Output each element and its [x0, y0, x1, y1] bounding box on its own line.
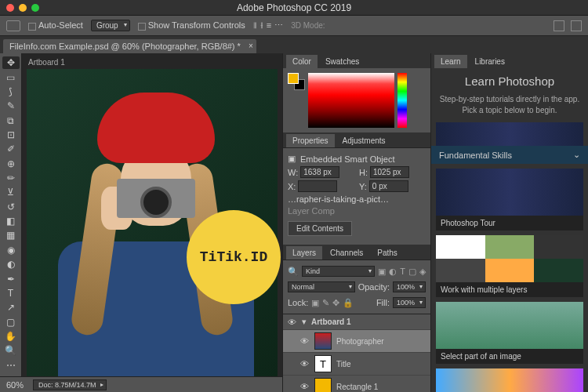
close-window-button[interactable] [6, 4, 14, 12]
search-icon[interactable] [554, 20, 564, 31]
blend-mode-dropdown[interactable]: Normal [288, 281, 355, 292]
color-panel-tabs: Color Swatches [283, 53, 430, 68]
tutorial-card[interactable]: Select part of an image [436, 302, 583, 364]
workspace-icons [554, 20, 582, 31]
opacity-field[interactable]: 100% [393, 281, 426, 292]
learn-category-header[interactable]: Fundamental Skills⌄ [431, 146, 588, 164]
lock-icon[interactable]: ✎ [322, 298, 329, 308]
filter-type-icon[interactable]: ▢ [408, 267, 416, 277]
tab-channels[interactable]: Channels [324, 246, 369, 260]
align-icon[interactable]: ⫲ [260, 20, 263, 31]
filter-type-icon[interactable]: ▣ [378, 267, 386, 277]
chevron-down-icon: ⌄ [573, 150, 580, 160]
canvas-area[interactable]: Artboard 1 TiTik.ID © FileInfo.com [22, 53, 282, 392]
auto-select-mode-dropdown[interactable]: Group [91, 20, 130, 31]
eraser-tool[interactable]: ◧ [2, 215, 20, 227]
marquee-tool[interactable]: ▭ [2, 71, 20, 83]
shape-tool[interactable]: ▢ [2, 315, 20, 328]
tab-libraries[interactable]: Libraries [469, 55, 511, 68]
align-icon[interactable]: ⫴ [253, 20, 257, 31]
hand-tool[interactable]: ✋ [2, 330, 20, 343]
tutorial-card[interactable]: Use a layer mask to add an object to an … [436, 368, 583, 392]
edit-toolbar[interactable]: ⋯ [2, 359, 20, 372]
fg-bg-swatch[interactable] [288, 73, 305, 90]
tutorial-image [436, 302, 583, 349]
zoom-level[interactable]: 60% [6, 380, 24, 390]
filter-type-icon[interactable]: ◐ [389, 267, 397, 277]
tools-panel: ✥ ▭ ⟆ ✎ ⧉ ⊡ ✐ ⊕ ✏ ⊻ ↺ ◧ ▦ ◉ ◐ ✒ T ↗ ▢ ✋ … [0, 53, 22, 392]
lock-icon[interactable]: ✥ [332, 298, 339, 308]
move-tool[interactable]: ✥ [2, 56, 20, 69]
visibility-icon[interactable]: 👁 [288, 318, 297, 327]
layer-item[interactable]: 👁 Rectangle 1 [283, 376, 430, 392]
auto-select-toggle[interactable]: Auto-Select [28, 20, 83, 30]
visibility-icon[interactable]: 👁 [300, 336, 310, 346]
blur-tool[interactable]: ◉ [2, 244, 20, 256]
properties-panel: ▣Embedded Smart Object W: H: X: Y: …raph… [283, 147, 430, 245]
doc-info-dropdown[interactable]: Doc: 8.75M/14.7M [33, 379, 107, 390]
filter-type-icon[interactable]: ◈ [419, 267, 426, 277]
width-field[interactable] [300, 166, 339, 178]
lasso-tool[interactable]: ⟆ [2, 85, 20, 98]
tab-color[interactable]: Color [286, 55, 318, 68]
crop-tool[interactable]: ⧉ [2, 114, 20, 126]
tab-layers[interactable]: Layers [286, 246, 322, 260]
fill-field[interactable]: 100% [393, 297, 426, 308]
hue-slider[interactable] [397, 73, 407, 128]
workspace-icon[interactable] [571, 20, 582, 31]
tab-swatches[interactable]: Swatches [319, 55, 365, 68]
lock-icon[interactable]: 🔒 [343, 298, 354, 308]
edit-contents-button[interactable]: Edit Contents [288, 221, 352, 236]
tab-adjustments[interactable]: Adjustments [336, 134, 392, 147]
tab-properties[interactable]: Properties [286, 134, 335, 147]
color-field[interactable] [308, 73, 394, 128]
stamp-tool[interactable]: ⊻ [2, 186, 20, 198]
home-icon[interactable] [6, 20, 20, 31]
tutorial-card[interactable]: Work with multiple layers [436, 235, 583, 297]
filter-icon[interactable]: 🔍 [288, 267, 299, 277]
height-field[interactable] [370, 166, 409, 178]
tutorial-image [436, 235, 583, 282]
layer-item[interactable]: 👁 Photographer [283, 330, 430, 353]
layer-comp-label: Layer Comp [288, 206, 335, 216]
minimize-window-button[interactable] [19, 4, 27, 12]
visibility-icon[interactable]: 👁 [300, 382, 310, 391]
history-brush-tool[interactable]: ↺ [2, 201, 20, 213]
y-field[interactable] [369, 180, 408, 192]
lock-icon[interactable]: ▣ [311, 298, 319, 308]
tab-learn[interactable]: Learn [434, 55, 467, 68]
document-tab[interactable]: FileInfo.com Example.psd @ 60% (Photogra… [3, 39, 256, 53]
dodge-tool[interactable]: ◐ [2, 258, 20, 270]
maximize-window-button[interactable] [31, 4, 39, 12]
frame-tool[interactable]: ⊡ [2, 129, 20, 141]
zoom-tool[interactable]: 🔍 [2, 344, 20, 357]
text-layer-icon: T [314, 355, 332, 372]
type-tool[interactable]: T [2, 287, 20, 299]
app-title: Adobe Photoshop CC 2019 [237, 2, 351, 13]
pen-tool[interactable]: ✒ [2, 272, 20, 285]
layers-panel-tabs: Layers Channels Paths [283, 245, 430, 260]
lock-label: Lock: [288, 298, 308, 307]
gradient-tool[interactable]: ▦ [2, 229, 20, 241]
close-tab-icon[interactable]: × [249, 42, 253, 50]
tab-paths[interactable]: Paths [371, 246, 404, 260]
layer-filter-dropdown[interactable]: Kind [302, 266, 375, 277]
align-icon[interactable]: ⋯ [274, 20, 283, 31]
learn-title: Learn Photoshop [431, 68, 588, 94]
tutorial-card[interactable]: Photoshop Tour [436, 169, 583, 230]
brush-tool[interactable]: ✏ [2, 172, 20, 184]
visibility-icon[interactable]: 👁 [300, 359, 310, 368]
layer-item[interactable]: 👁 T Title [283, 353, 430, 376]
show-transform-toggle[interactable]: Show Transform Controls [138, 20, 245, 30]
eyedropper-tool[interactable]: ✐ [2, 143, 20, 155]
options-bar: Auto-Select Group Show Transform Control… [0, 16, 588, 36]
3d-mode-label: 3D Mode: [291, 21, 325, 30]
quick-select-tool[interactable]: ✎ [2, 100, 20, 112]
layer-item-artboard[interactable]: 👁 ▾ Artboard 1 [283, 314, 430, 330]
path-tool[interactable]: ↗ [2, 301, 20, 314]
x-field[interactable] [298, 180, 337, 192]
healing-tool[interactable]: ⊕ [2, 158, 20, 170]
align-icon[interactable]: ≡ [267, 20, 271, 31]
chevron-down-icon[interactable]: ▾ [302, 317, 307, 327]
filter-type-icon[interactable]: T [400, 267, 405, 277]
